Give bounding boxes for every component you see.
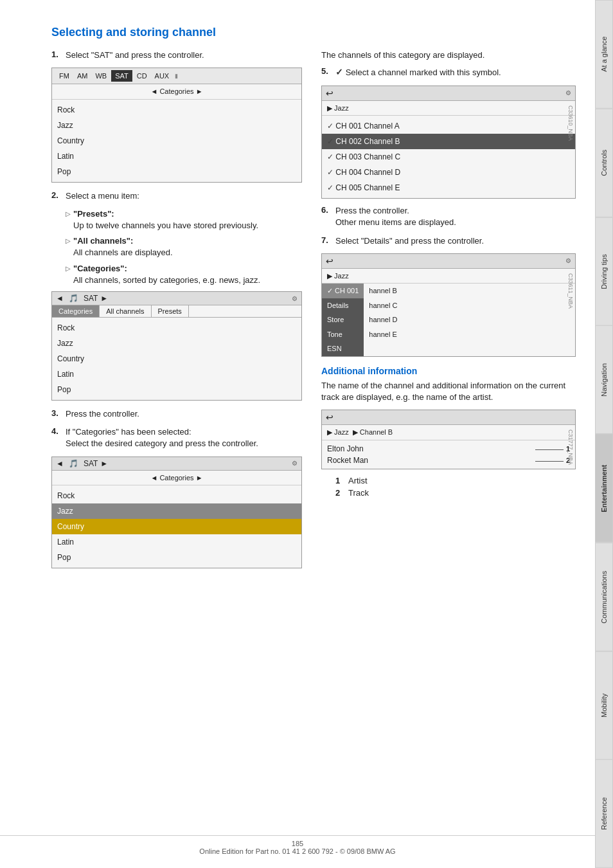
screen-2-sat-icon: 🎵	[69, 294, 78, 303]
screen-1-row-pop: Pop	[52, 164, 301, 179]
step-3-text: Press the controller.	[66, 408, 302, 420]
step-5-content: ✓ Select a channel marked with this symb…	[335, 66, 576, 79]
screen-6-back-icon: ↩	[326, 412, 333, 422]
screen-1: FM AM WB SAT CD AUX ▮ ◄ Categories ► Roc…	[51, 68, 302, 183]
legend-item-2: 2 Track	[335, 488, 576, 498]
step-4-content: If "Categories" has been selected: Selec…	[66, 426, 302, 449]
screen-1-corner: ▮	[175, 73, 178, 79]
sub-item-categories: ▷ "Categories": All channels, sorted by …	[66, 263, 302, 286]
step-2-number: 2.	[51, 190, 62, 200]
screen-4: ↩ ⚙ ▶ Jazz ✓ CH 001 Channel A ✓ CH 002 C…	[321, 86, 576, 199]
legend-item-1: 1 Artist	[335, 476, 576, 485]
step-4: 4. If "Categories" has been selected: Se…	[51, 426, 302, 449]
screen-5-menu-details[interactable]: Details	[322, 298, 364, 313]
screen-3-header: ◄ 🎵 SAT ► ⚙	[52, 457, 301, 471]
screen-4-row-ch003: ✓ CH 003 Channel C	[322, 149, 575, 165]
screen-2-tab-presets[interactable]: Presets	[152, 305, 189, 317]
screen-2-row-country: Country	[52, 351, 301, 366]
radio-cd[interactable]: CD	[134, 71, 150, 81]
screen-2-nav-left: ◄	[56, 294, 64, 303]
radio-sat[interactable]: SAT	[111, 70, 132, 82]
sidebar-tab-navigation[interactable]: Navigation	[595, 325, 613, 434]
sidebar-tab-at-a-glance[interactable]: At a glance	[595, 0, 613, 109]
sidebar-tab-driving-tips[interactable]: Driving tips	[595, 217, 613, 326]
sub-item-presets: ▷ "Presets": Up to twelve channels you h…	[66, 208, 302, 231]
screen-2-tab-allchannels[interactable]: All channels	[100, 305, 151, 317]
screen-1-nav: ◄ Categories ►	[52, 84, 301, 100]
screen-2-row-jazz: Jazz	[52, 336, 301, 351]
screen-4-body: ✓ CH 001 Channel A ✓ CH 002 Channel B ✓ …	[322, 116, 575, 198]
screen-4-corner-icon: ⚙	[565, 89, 571, 96]
step-2-sub-items: ▷ "Presets": Up to twelve channels you h…	[66, 208, 302, 286]
screen-4-row-ch001: ✓ CH 001 Channel A	[322, 118, 575, 134]
screen-6-side-label: C31777_NBA	[567, 429, 574, 465]
legend-label-1: Artist	[348, 476, 368, 485]
sub-categories-content: "Categories": All channels, sorted by ca…	[73, 263, 260, 286]
screen-5-row-che: hannel E	[364, 327, 575, 342]
radio-am[interactable]: AM	[74, 71, 91, 81]
sidebar-tab-entertainment[interactable]: Entertainment	[595, 434, 613, 543]
screen-5-menu-ch001: ✓ CH 001	[322, 284, 364, 298]
screen-2-header-left: ◄ 🎵 SAT ►	[56, 294, 108, 303]
sidebar-tab-reference[interactable]: Reference	[595, 759, 613, 868]
page-title: Selecting and storing channel	[51, 26, 576, 39]
screen-4-header: ↩ ⚙	[322, 86, 575, 101]
step-7-text: Select "Details" and press the controlle…	[335, 235, 576, 247]
screen-4-row-ch005: ✓ CH 005 Channel E	[322, 180, 575, 195]
screen-5-jazz-nav: ▶ Jazz	[322, 269, 575, 284]
radio-fm[interactable]: FM	[56, 71, 73, 81]
sidebar-tab-communications[interactable]: Communications	[595, 543, 613, 651]
screen-2-nav-right: ►	[100, 294, 108, 303]
screen-5-row-chc: hannel C	[364, 298, 575, 313]
screen-6: ↩ ▶ Jazz ▶ Channel B Elton John ———— 1 R…	[321, 410, 576, 469]
screen-3-row-jazz: Jazz	[52, 503, 301, 519]
screen-3-sat-icon: 🎵	[69, 459, 78, 468]
footer-text: Online Edition for Part no. 01 41 2 600 …	[199, 847, 395, 855]
screen-6-body: Elton John ———— 1 Rocket Man ———— 2	[322, 440, 575, 469]
screen-5-row-chb: hannel B	[364, 284, 575, 298]
sub-categories-label: "Categories":	[73, 264, 127, 273]
sub-item-allchannels: ▷ "All channels": All channels are displ…	[66, 235, 302, 258]
sidebar-tab-controls[interactable]: Controls	[595, 109, 613, 217]
sub-categories-text: All channels, sorted by categories, e.g.…	[73, 275, 260, 285]
step-7-number: 7.	[321, 235, 332, 245]
screen-2-tab-categories[interactable]: Categories	[52, 305, 100, 317]
sub-presets-text: Up to twelve channels you have stored pr…	[73, 221, 258, 230]
screen-6-artist-line: ————	[535, 445, 564, 453]
step-6: 6. Press the controller. Other menu item…	[321, 205, 576, 228]
arrow-presets: ▷	[66, 210, 71, 231]
main-content: Selecting and storing channel 1. Select …	[0, 0, 595, 868]
screen-1-row-country: Country	[52, 133, 301, 149]
screen-1-row-latin: Latin	[52, 149, 301, 164]
step-5-intro: The channels of this category are displa…	[321, 50, 576, 61]
step-4-text: Select the desired category and press th…	[66, 439, 258, 448]
radio-aux[interactable]: AUX	[152, 71, 173, 81]
screen-5-menu-tone[interactable]: Tone	[322, 327, 364, 342]
screen-5: ↩ ⚙ ▶ Jazz ✓ CH 001 Details Store Tone E…	[321, 253, 576, 357]
screen-5-corner-icon: ⚙	[565, 257, 571, 264]
screen-5-menu-esn[interactable]: ESN	[322, 341, 364, 356]
sidebar-tabs: At a glance Controls Driving tips Naviga…	[595, 0, 613, 868]
legend-num-2: 2	[335, 488, 343, 498]
screen-3-row-country: Country	[52, 519, 301, 534]
screen-6-track-line: ————	[535, 457, 564, 464]
sub-allchannels-content: "All channels": All channels are display…	[73, 235, 173, 258]
screen-3-body: Rock Jazz Country Latin Pop	[52, 485, 301, 568]
screen-3-sat-label: SAT	[84, 459, 98, 468]
sub-allchannels-text: All channels are displayed.	[73, 248, 173, 257]
step-5: 5. ✓ Select a channel marked with this s…	[321, 66, 576, 79]
screen-3-header-left: ◄ 🎵 SAT ►	[56, 459, 108, 468]
screen-6-jazz-nav: ▶ Jazz ▶ Channel B	[322, 425, 575, 440]
radio-wb[interactable]: WB	[92, 71, 110, 81]
screen-1-row-jazz: Jazz	[52, 118, 301, 133]
screen-2-sat-label: SAT	[84, 294, 98, 303]
screen-4-back-icon: ↩	[326, 88, 333, 98]
screen-2-body: Rock Jazz Country Latin Pop	[52, 318, 301, 400]
step-3: 3. Press the controller.	[51, 408, 302, 420]
legend-num-1: 1	[335, 476, 343, 485]
sidebar-tab-mobility[interactable]: Mobility	[595, 651, 613, 760]
screen-6-track-label: Rocket Man	[327, 456, 535, 465]
screen-3-nav-right: ►	[100, 459, 108, 468]
screen-5-menu-store[interactable]: Store	[322, 312, 364, 327]
two-column-layout: 1. Select "SAT" and press the controller…	[51, 50, 576, 576]
